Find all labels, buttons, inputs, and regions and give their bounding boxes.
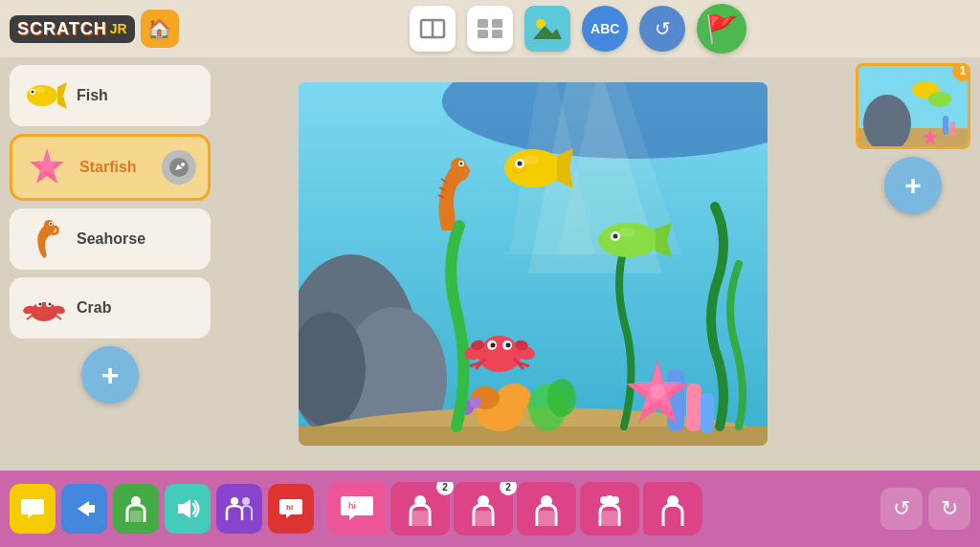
svg-point-61: [518, 162, 523, 166]
left-panel: Fish Starfish: [0, 57, 220, 470]
top-bar: SCRATCH JR 🏠: [0, 0, 980, 57]
undo-redo-buttons: ↺ ↻: [880, 488, 970, 530]
svg-point-62: [523, 155, 539, 164]
svg-marker-10: [57, 82, 67, 109]
scene-canvas[interactable]: [299, 82, 768, 446]
undo-button[interactable]: ↺: [880, 488, 923, 530]
svg-point-28: [49, 303, 52, 306]
svg-point-42: [497, 383, 531, 412]
blocks-view-button[interactable]: [467, 6, 513, 52]
add-char-icon: +: [101, 358, 120, 393]
svg-point-100: [231, 497, 238, 505]
redo-button[interactable]: ↻: [928, 488, 970, 530]
svg-rect-93: [950, 121, 955, 137]
scene-area: [220, 57, 846, 470]
svg-point-47: [470, 397, 481, 408]
background-icon: [531, 16, 564, 41]
speech-red-button[interactable]: hi: [268, 484, 314, 534]
svg-point-27: [39, 303, 42, 306]
scene-icon: [419, 18, 446, 39]
scene-view-button[interactable]: [410, 6, 456, 52]
two-people-button[interactable]: [216, 484, 262, 534]
add-character-button[interactable]: +: [81, 346, 139, 404]
bottom-bar: hi hi 2 2: [0, 470, 980, 547]
svg-rect-2: [478, 19, 488, 28]
svg-rect-92: [943, 116, 948, 135]
abc-button[interactable]: ABC: [582, 6, 628, 52]
logo-jr-text: JR: [110, 21, 127, 36]
prog-block-move2[interactable]: 2: [454, 482, 513, 536]
fish-icon: [21, 73, 67, 119]
redo-icon: ↻: [941, 496, 958, 521]
svg-rect-111: [602, 511, 617, 526]
svg-point-12: [32, 91, 34, 94]
bottom-left-buttons: hi: [10, 484, 314, 534]
svg-point-67: [618, 228, 635, 237]
svg-rect-50: [686, 383, 702, 431]
character-item-crab[interactable]: Crab: [10, 277, 211, 339]
prog-block-move3[interactable]: [517, 482, 576, 536]
crab-icon: [21, 285, 67, 331]
speaker-button[interactable]: [165, 484, 211, 534]
scene-svg: [299, 82, 768, 446]
character-item-seahorse[interactable]: Seahorse: [10, 208, 211, 270]
svg-point-91: [928, 92, 951, 107]
svg-point-20: [50, 223, 52, 225]
svg-rect-105: [412, 511, 428, 526]
background-button[interactable]: [524, 6, 570, 52]
prog-block-move4[interactable]: [580, 482, 639, 536]
prog-block-move1[interactable]: 2: [390, 482, 450, 536]
add-scene-button[interactable]: +: [884, 157, 942, 214]
logo-area: SCRATCH JR 🏠: [10, 10, 179, 48]
seahorse-name: Seahorse: [77, 230, 199, 248]
svg-point-17: [181, 163, 185, 166]
svg-marker-99: [178, 499, 190, 518]
svg-point-112: [600, 496, 608, 504]
svg-point-58: [504, 149, 562, 187]
scene-badge: 1: [952, 63, 970, 81]
svg-point-66: [613, 234, 618, 239]
prog-block-start[interactable]: hi: [327, 482, 387, 536]
starfish-icon: [24, 144, 70, 190]
home-button[interactable]: 🏠: [141, 10, 179, 48]
svg-rect-5: [492, 30, 502, 38]
crab-name: Crab: [77, 299, 199, 317]
svg-point-76: [491, 343, 496, 348]
add-scene-icon: +: [904, 169, 922, 202]
logo-text: SCRATCH JR: [10, 15, 135, 43]
character-item-starfish[interactable]: Starfish: [10, 134, 211, 201]
person-green-button[interactable]: [113, 484, 159, 534]
svg-rect-109: [539, 511, 554, 526]
seahorse-icon: [21, 216, 67, 262]
character-item-fish[interactable]: Fish: [10, 65, 211, 126]
svg-point-54: [460, 163, 463, 165]
green-flag-button[interactable]: 🚩: [697, 4, 746, 54]
program-blocks: hi 2 2: [327, 482, 875, 536]
svg-rect-107: [476, 511, 491, 526]
svg-point-84: [650, 383, 665, 399]
paint-button[interactable]: [162, 150, 196, 185]
main-content: Fish Starfish: [0, 57, 980, 470]
svg-point-69: [482, 336, 517, 362]
undo-top-icon: ↺: [655, 17, 671, 40]
abc-label: ABC: [590, 21, 619, 36]
arrow-button[interactable]: [61, 484, 107, 534]
scene-thumbnail-1[interactable]: 1: [856, 63, 970, 149]
blocks-icon: [477, 18, 503, 39]
svg-text:hi: hi: [348, 501, 356, 511]
block-badge-1: 2: [436, 482, 454, 495]
svg-point-77: [506, 343, 511, 348]
undo-icon: ↺: [893, 496, 910, 521]
prog-block-move5[interactable]: [643, 482, 702, 536]
top-center-buttons: ABC ↺ 🚩: [187, 4, 970, 54]
speech-button[interactable]: [10, 484, 56, 534]
svg-rect-98: [130, 511, 142, 522]
svg-text:hi: hi: [286, 503, 293, 512]
starfish-name: Starfish: [79, 159, 152, 176]
undo-top-button[interactable]: ↺: [639, 6, 685, 52]
svg-point-113: [612, 496, 619, 504]
flag-icon: 🚩: [705, 13, 739, 45]
right-panel: 1 +: [846, 57, 980, 470]
block-badge-2: 2: [500, 482, 517, 495]
fish-name: Fish: [77, 87, 199, 104]
